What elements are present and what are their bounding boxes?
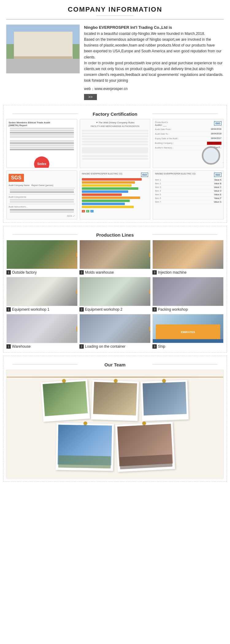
prod-text-warehouse: Warehouse	[12, 344, 31, 349]
page-header: COMPANY INFORMATION	[0, 0, 230, 20]
certification-section: Factory Certification Sedex Members Ethi…	[3, 105, 227, 223]
prod-text-outside: Outside factory	[12, 270, 37, 275]
prod-text-molds: Molds warehouse	[85, 270, 114, 275]
company-building-photo	[6, 24, 80, 73]
rope-decoration	[7, 377, 223, 377]
team-img-4	[58, 425, 112, 465]
prod-img-outside: ▶	[6, 240, 78, 269]
team-img-2	[93, 382, 137, 415]
cert-card-sgs: SGS Audit Company Name Report Owner (per…	[6, 170, 77, 219]
arrow-icon-4: ▶	[149, 288, 151, 295]
arrow-icon-6: ▶	[149, 325, 151, 332]
prod-label-equip1: 1 Equipment workshop 1	[6, 306, 78, 312]
cert-sgs-footer: SGS ✓	[67, 215, 75, 217]
prod-item-loading: ▶ 2 Loading on the container	[79, 314, 151, 349]
team-row-1	[10, 381, 220, 420]
team-photos-bg	[6, 370, 224, 478]
certification-grid: Sedex Members Ethical Trade Audit(SMETA)…	[6, 119, 224, 219]
arrow-icon-5: ▶	[76, 325, 78, 332]
company-description: Ningbo EVERPROSPER Int'l Trading Co.,Ltd…	[84, 24, 224, 100]
more-button[interactable]: >>	[84, 94, 97, 100]
pin-2	[114, 379, 117, 383]
company-website: web：www.everprosper.cn	[84, 86, 224, 92]
prod-label-ship: 3 Ship	[152, 343, 224, 349]
prod-item-molds: ▶ 2 Molds warehouse	[79, 240, 151, 275]
prod-item-outside: ▶ 1 Outside factory	[6, 240, 78, 275]
prod-num-1: 1	[6, 270, 11, 275]
cert-card-chart: NINGBO EVERPROSPER ELECTRIC CO. ISO A B	[80, 170, 151, 219]
prod-label-equip2: 2 Equipment workshop 2	[79, 306, 151, 312]
prod-num-8: 2	[79, 344, 84, 349]
cert-sedex-title: Sedex Members Ethical Trade Audit(SMETA)…	[9, 121, 75, 127]
team-img-3	[143, 382, 187, 415]
prod-item-equip2: ▶ 2 Equipment workshop 2	[79, 277, 151, 312]
cert-table-header: NINGBO EVERPROSPER ELECTRIC CO. ISO	[155, 173, 221, 177]
cert-chart-legend: A B C	[82, 210, 148, 212]
iso-logo: ISO	[214, 121, 221, 125]
company-name: Ningbo EVERPROSPER Int'l Trading Co.,Ltd…	[84, 25, 172, 30]
prod-label-loading: 2 Loading on the container	[79, 343, 151, 349]
prod-label-outside: 1 Outside factory	[6, 269, 78, 275]
prod-label-packing: 3 Packing workshop	[152, 306, 224, 312]
cert-card-table: NINGBO EVERPROSPER ELECTRIC CO. ISO Item…	[153, 170, 224, 219]
prod-num-9: 3	[152, 344, 157, 349]
prod-item-ship: EMIRATES 3 Ship	[152, 314, 224, 349]
pin-1	[62, 379, 66, 383]
team-photo-4	[56, 423, 114, 471]
cert-table-iso-logo: ISO	[214, 173, 221, 177]
prod-text-equip2: Equipment workshop 2	[85, 307, 122, 312]
production-section: Production Lines ▶ 1 Outside factory ▶ 2…	[3, 226, 227, 353]
pin-5	[142, 421, 146, 425]
prod-img-ship: EMIRATES	[152, 314, 224, 343]
page-title: COMPANY INFORMATION	[6, 6, 224, 13]
cert-iso-header: ProductionCo Auditor: ___ ISO	[155, 121, 221, 126]
prod-label-warehouse: 1 Warehouse	[6, 343, 78, 349]
cert-chart-header: NINGBO EVERPROSPER ELECTRIC CO. ISO	[82, 173, 148, 177]
prod-img-equip1: ▶	[6, 277, 78, 306]
prod-text-loading: Loading on the container	[85, 344, 125, 349]
prod-num-4: 1	[6, 307, 11, 312]
cert-chart-iso-logo: ISO	[141, 173, 148, 177]
prod-img-warehouse: ▶	[6, 314, 78, 343]
pin-3	[162, 379, 166, 383]
prod-label-molds: 2 Molds warehouse	[79, 269, 151, 275]
cert-disney-title: ✦ The Walt Disney Company Rules FACILITY…	[82, 121, 148, 127]
prod-label-injection: 3 Injection machine	[152, 269, 224, 275]
prod-img-injection	[152, 240, 224, 269]
prod-text-packing: Packing workshop	[158, 307, 188, 312]
prod-item-packing: 3 Packing workshop	[152, 277, 224, 312]
arrow-icon-3: ▶	[76, 288, 78, 295]
cert-sgs-body: Audit Company Name Report Owner (person)…	[9, 184, 75, 213]
magnifier-icon	[202, 146, 224, 168]
prod-img-equip2: ▶	[79, 277, 151, 306]
team-row-2	[10, 423, 220, 470]
cert-sgs-header: SGS	[9, 173, 75, 183]
prod-item-warehouse: ▶ 1 Warehouse	[6, 314, 78, 349]
team-photo-3	[141, 380, 189, 421]
prod-text-equip1: Equipment workshop 1	[12, 307, 49, 312]
prod-img-packing	[152, 277, 224, 306]
prod-img-loading: ▶	[79, 314, 151, 343]
production-grid: ▶ 1 Outside factory ▶ 2 Molds warehouse …	[6, 240, 224, 349]
team-title: Our Team	[6, 359, 224, 370]
header-underline	[97, 15, 133, 16]
prod-num-3: 3	[152, 270, 157, 275]
cert-table-rows: Item 1Value A Item 2Value B Item 3Value …	[155, 178, 221, 204]
prod-text-ship: Ship	[158, 344, 165, 349]
arrow-icon-2: ▶	[149, 251, 151, 258]
team-photo-2	[91, 380, 139, 421]
prod-num-7: 1	[6, 344, 11, 349]
certification-title: Factory Certification	[6, 108, 224, 119]
cert-card-disney: ✦ The Walt Disney Company Rules FACILITY…	[80, 119, 151, 168]
prod-num-6: 3	[152, 307, 157, 312]
cert-card-iso-magnifier: ProductionCo Auditor: ___ ISO Audit Date…	[153, 119, 224, 168]
team-img-1	[43, 381, 88, 416]
sedex-badge: Sedex	[34, 156, 49, 168]
cert-chart-bars	[82, 178, 148, 208]
prod-num-5: 2	[79, 307, 84, 312]
production-title: Production Lines	[6, 229, 224, 240]
arrow-icon-1: ▶	[76, 251, 78, 258]
cert-card-sedex: Sedex Members Ethical Trade Audit(SMETA)…	[6, 119, 77, 168]
prod-item-equip1: ▶ 1 Equipment workshop 1	[6, 277, 78, 312]
prod-num-2: 2	[79, 270, 84, 275]
